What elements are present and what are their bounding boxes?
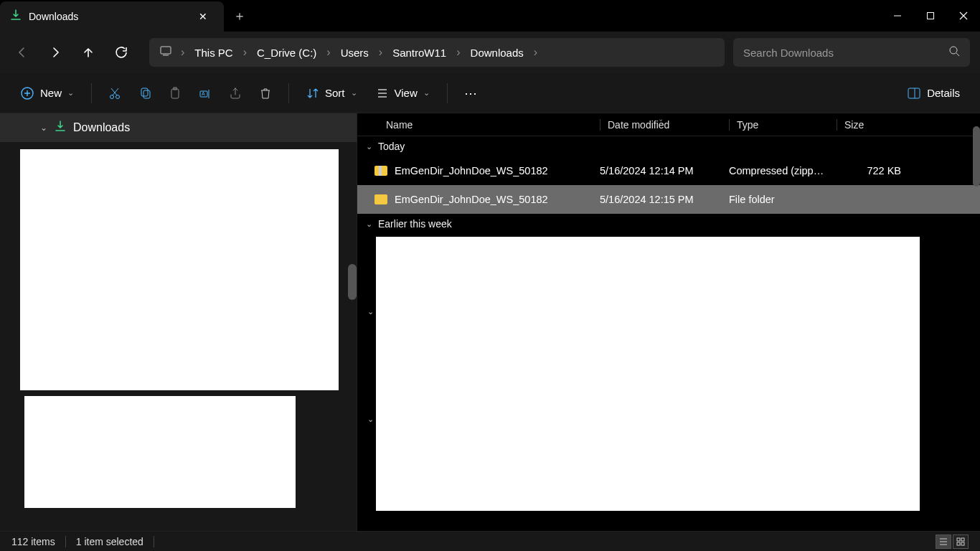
svg-line-5 bbox=[956, 53, 959, 56]
details-view-toggle[interactable] bbox=[936, 534, 951, 549]
new-tab-button[interactable]: ＋ bbox=[224, 0, 255, 32]
file-name: EmGenDir_JohnDoe_WS_50182 bbox=[395, 194, 548, 205]
file-list: Name Date modified ⌄ Type Size ⌄ Today E… bbox=[357, 113, 980, 531]
svg-rect-18 bbox=[961, 538, 964, 541]
new-label: New bbox=[40, 87, 62, 99]
group-label: Today bbox=[378, 141, 405, 152]
chevron-right-icon[interactable]: › bbox=[242, 46, 248, 59]
back-button[interactable] bbox=[10, 40, 34, 65]
address-bar[interactable]: › This PC › C_Drive (C:) › Users › Santr… bbox=[149, 38, 725, 67]
tab-title: Downloads bbox=[29, 11, 185, 22]
copy-button[interactable] bbox=[132, 80, 158, 106]
refresh-button[interactable] bbox=[109, 40, 133, 65]
forward-button[interactable] bbox=[43, 40, 67, 65]
navbar: › This PC › C_Drive (C:) › Users › Santr… bbox=[0, 32, 980, 73]
column-headers: Name Date modified ⌄ Type Size bbox=[357, 113, 980, 136]
details-pane-button[interactable]: Details bbox=[900, 82, 967, 105]
cut-button[interactable] bbox=[102, 80, 128, 106]
column-type[interactable]: Type bbox=[729, 119, 837, 131]
toolbar: New ⌄ A Sort ⌄ View ⌄ ⋯ Details bbox=[0, 73, 980, 113]
close-tab-button[interactable]: ✕ bbox=[192, 11, 214, 22]
group-earlier-week[interactable]: ⌄ Earlier this week bbox=[357, 214, 980, 234]
sort-label: Sort bbox=[325, 87, 345, 99]
file-name: EmGenDir_JohnDoe_WS_50182 bbox=[395, 165, 548, 176]
status-item-count: 112 items bbox=[11, 536, 55, 547]
breadcrumb-this-pc[interactable]: This PC bbox=[189, 44, 238, 62]
separator bbox=[91, 83, 92, 103]
breadcrumb-user[interactable]: SantroW11 bbox=[387, 44, 452, 62]
share-button[interactable] bbox=[222, 80, 248, 106]
thumbnail-preview[interactable] bbox=[376, 237, 920, 511]
status-selected-count: 1 item selected bbox=[76, 536, 143, 547]
thumbnail-preview[interactable] bbox=[24, 396, 296, 508]
status-bar: 112 items 1 item selected bbox=[0, 531, 980, 551]
file-row[interactable]: EmGenDir_JohnDoe_WS_50182 5/16/2024 12:1… bbox=[357, 156, 980, 185]
svg-rect-15 bbox=[908, 88, 920, 98]
chevron-right-icon[interactable]: › bbox=[532, 46, 539, 59]
file-date: 5/16/2024 12:14 PM bbox=[600, 165, 729, 176]
file-type: File folder bbox=[729, 194, 837, 205]
scrollbar-thumb[interactable] bbox=[348, 264, 357, 300]
search-input[interactable] bbox=[743, 47, 948, 59]
chevron-down-icon[interactable]: ⌄ bbox=[367, 415, 374, 424]
column-date[interactable]: Date modified ⌄ bbox=[600, 119, 729, 131]
search-icon[interactable] bbox=[948, 45, 960, 60]
new-button[interactable]: New ⌄ bbox=[13, 82, 81, 105]
breadcrumb-downloads[interactable]: Downloads bbox=[465, 44, 529, 62]
maximize-button[interactable] bbox=[914, 0, 947, 32]
svg-rect-9 bbox=[141, 88, 148, 96]
download-icon bbox=[55, 121, 66, 135]
svg-rect-17 bbox=[957, 538, 960, 541]
separator bbox=[447, 83, 448, 103]
file-type: Compressed (zipp… bbox=[729, 165, 837, 176]
file-date: 5/16/2024 12:15 PM bbox=[600, 194, 729, 205]
svg-point-8 bbox=[116, 95, 120, 98]
group-today[interactable]: ⌄ Today bbox=[357, 136, 980, 156]
chevron-down-icon[interactable]: ⌄ bbox=[367, 307, 374, 316]
breadcrumb-c-drive[interactable]: C_Drive (C:) bbox=[251, 44, 322, 62]
paste-button[interactable] bbox=[162, 80, 188, 106]
chevron-right-icon[interactable]: › bbox=[179, 46, 186, 59]
svg-rect-20 bbox=[961, 542, 964, 545]
minimize-button[interactable] bbox=[881, 0, 914, 32]
search-box[interactable] bbox=[733, 38, 970, 67]
column-size[interactable]: Size bbox=[837, 119, 908, 131]
svg-rect-2 bbox=[161, 47, 171, 54]
chevron-right-icon[interactable]: › bbox=[325, 46, 331, 59]
svg-rect-11 bbox=[171, 89, 179, 98]
chevron-down-icon[interactable]: ⌄ bbox=[40, 123, 47, 133]
window-controls bbox=[881, 0, 980, 32]
column-name[interactable]: Name bbox=[357, 119, 600, 131]
download-icon bbox=[10, 9, 22, 24]
tab-downloads[interactable]: Downloads ✕ bbox=[0, 1, 224, 32]
chevron-right-icon[interactable]: › bbox=[377, 46, 384, 59]
separator bbox=[288, 83, 289, 103]
scrollbar-thumb[interactable] bbox=[973, 126, 980, 187]
view-button[interactable]: View ⌄ bbox=[369, 83, 437, 104]
navigation-pane: ⌄ Downloads bbox=[0, 113, 357, 531]
sort-button[interactable]: Sort ⌄ bbox=[299, 83, 364, 104]
svg-rect-1 bbox=[928, 13, 934, 19]
file-row[interactable]: EmGenDir_JohnDoe_WS_50182 5/16/2024 12:1… bbox=[357, 185, 980, 214]
breadcrumb-users[interactable]: Users bbox=[335, 44, 374, 62]
chevron-down-icon: ⌄ bbox=[423, 88, 430, 98]
thumbnails-view-toggle[interactable] bbox=[953, 534, 969, 549]
separator bbox=[65, 536, 66, 547]
close-window-button[interactable] bbox=[947, 0, 980, 32]
svg-text:A: A bbox=[202, 91, 205, 96]
sidebar-item-label: Downloads bbox=[73, 121, 130, 134]
delete-button[interactable] bbox=[253, 80, 278, 106]
svg-point-7 bbox=[110, 95, 114, 98]
sidebar-item-downloads[interactable]: ⌄ Downloads bbox=[0, 113, 357, 142]
svg-rect-19 bbox=[957, 542, 960, 545]
folder-icon bbox=[374, 194, 387, 204]
rename-button[interactable]: A bbox=[192, 80, 218, 106]
file-size: 722 KB bbox=[837, 165, 908, 176]
view-mode-toggles bbox=[936, 534, 969, 549]
zip-file-icon bbox=[374, 166, 387, 176]
up-button[interactable] bbox=[76, 40, 100, 65]
more-button[interactable]: ⋯ bbox=[458, 80, 484, 106]
thumbnail-preview[interactable] bbox=[20, 149, 339, 390]
chevron-right-icon[interactable]: › bbox=[455, 46, 461, 59]
svg-point-4 bbox=[950, 47, 957, 54]
